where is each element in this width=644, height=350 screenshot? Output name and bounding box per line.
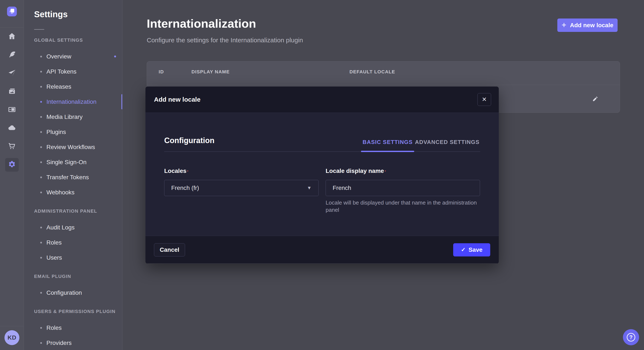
help-button[interactable]: ? bbox=[623, 329, 639, 345]
tab-basic-settings[interactable]: BASIC SETTINGS bbox=[361, 138, 414, 146]
sidebar-item-plugins[interactable]: Plugins bbox=[34, 124, 122, 140]
sidebar-item-overview[interactable]: Overview bbox=[34, 49, 122, 64]
plus-icon: + bbox=[562, 21, 566, 29]
sidebar-item-up-roles[interactable]: Roles bbox=[34, 320, 122, 335]
sidebar-item-label: Single Sign-On bbox=[46, 159, 86, 166]
sidebar-item-review-workflows[interactable]: Review Workflows bbox=[34, 140, 122, 155]
sidebar-item-label: Media Library bbox=[46, 114, 83, 120]
sidebar-bottom-divider bbox=[0, 326, 24, 326]
sidebar-item-label: Roles bbox=[46, 239, 62, 246]
sidebar-item-label: Transfer Tokens bbox=[46, 174, 89, 181]
nav-media-library-button[interactable] bbox=[0, 82, 24, 101]
bullet-icon bbox=[40, 242, 42, 243]
sidebar-item-admin-users[interactable]: Users bbox=[34, 250, 122, 265]
nav-settings-button[interactable] bbox=[0, 156, 24, 174]
sidebar-item-label: Releases bbox=[46, 83, 71, 90]
tab-advanced-settings[interactable]: ADVANCED SETTINGS bbox=[414, 138, 480, 146]
settings-title: Settings bbox=[34, 9, 122, 19]
cancel-button[interactable]: Cancel bbox=[154, 243, 185, 256]
save-button-label: Save bbox=[468, 246, 482, 253]
section-heading-global-settings: GLOBAL SETTINGS bbox=[34, 37, 122, 43]
column-header-display-name: DISPLAY NAME bbox=[192, 69, 230, 75]
sidebar-item-releases[interactable]: Releases bbox=[34, 79, 122, 94]
locales-select-value: French (fr) bbox=[171, 184, 199, 191]
nav-home-button[interactable] bbox=[0, 28, 24, 46]
tabs-divider bbox=[164, 151, 480, 152]
bullet-icon bbox=[40, 71, 42, 72]
section-heading-administration-panel: ADMINISTRATION PANEL bbox=[34, 208, 122, 214]
bullet-icon bbox=[40, 327, 42, 329]
feather-icon bbox=[8, 50, 16, 60]
bullet-icon bbox=[40, 116, 42, 118]
edit-locale-button[interactable] bbox=[592, 96, 598, 103]
sidebar-item-label: Overview bbox=[46, 53, 71, 60]
cart-icon bbox=[8, 142, 16, 151]
bullet-icon bbox=[40, 191, 42, 193]
sidebar-item-internationalization[interactable]: Internationalization bbox=[34, 94, 122, 109]
nav-content-manager-button[interactable] bbox=[0, 46, 24, 64]
pencil-icon bbox=[592, 100, 598, 103]
sidebar-item-label: Review Workflows bbox=[46, 144, 95, 151]
sidebar-item-api-tokens[interactable]: API Tokens bbox=[34, 64, 122, 79]
workspace-logo[interactable] bbox=[7, 6, 17, 16]
add-new-locale-button[interactable]: + Add new locale bbox=[557, 18, 618, 32]
sidebar-item-email-configuration[interactable]: Configuration bbox=[34, 285, 122, 300]
strapi-logo-icon bbox=[7, 6, 17, 17]
sidebar-item-label: Audit Logs bbox=[46, 224, 74, 231]
bullet-icon bbox=[40, 131, 42, 133]
modal-body: Configuration BASIC SETTINGS ADVANCED SE… bbox=[146, 113, 499, 236]
column-header-id: ID bbox=[159, 69, 164, 75]
sidebar-item-label: Internationalization bbox=[46, 98, 96, 105]
settings-tabs: BASIC SETTINGS ADVANCED SETTINGS bbox=[361, 138, 480, 146]
home-icon bbox=[8, 32, 16, 42]
question-mark-icon: ? bbox=[627, 333, 635, 342]
sidebar-item-transfer-tokens[interactable]: Transfer Tokens bbox=[34, 170, 122, 185]
sidebar-item-audit-logs[interactable]: Audit Logs bbox=[34, 220, 122, 235]
locales-field: Locales* French (fr) ▼ bbox=[164, 168, 318, 196]
media-library-icon bbox=[8, 87, 16, 97]
section-heading-users-permissions-plugin: USERS & PERMISSIONS PLUGIN bbox=[34, 309, 122, 314]
sidebar-item-label: Plugins bbox=[46, 129, 66, 136]
bullet-icon bbox=[40, 161, 42, 163]
bullet-icon bbox=[40, 176, 42, 178]
sidebar-item-label: Roles bbox=[46, 325, 62, 331]
bullet-icon bbox=[40, 342, 42, 344]
display-name-hint: Locale will be displayed under that name… bbox=[326, 199, 480, 213]
settings-sidebar: Settings GLOBAL SETTINGS Overview API To… bbox=[24, 0, 122, 350]
configuration-heading: Configuration bbox=[164, 136, 214, 145]
nav-content-type-builder-button[interactable] bbox=[0, 101, 24, 119]
sidebar-item-up-providers[interactable]: Providers bbox=[34, 335, 122, 350]
display-name-field: Locale display name* Locale will be disp… bbox=[326, 168, 480, 213]
sidebar-item-label: Configuration bbox=[46, 289, 82, 296]
user-avatar[interactable]: KD bbox=[4, 330, 20, 345]
notification-dot-icon bbox=[114, 55, 116, 57]
locales-table-header: ID DISPLAY NAME DEFAULT LOCALE bbox=[147, 61, 620, 85]
chevron-down-icon: ▼ bbox=[307, 185, 312, 191]
page-title: Internationalization bbox=[147, 16, 256, 30]
active-nav-highlight bbox=[5, 158, 19, 172]
sidebar-item-admin-roles[interactable]: Roles bbox=[34, 235, 122, 250]
sidebar-item-webhooks[interactable]: Webhooks bbox=[34, 185, 122, 200]
sidebar-item-label: Webhooks bbox=[46, 189, 74, 196]
required-asterisk: * bbox=[187, 170, 188, 174]
close-icon: ✕ bbox=[482, 97, 486, 103]
locales-select[interactable]: French (fr) ▼ bbox=[164, 180, 318, 196]
icon-nav bbox=[0, 28, 24, 174]
bullet-icon bbox=[40, 101, 42, 103]
column-header-default-locale: DEFAULT LOCALE bbox=[350, 69, 395, 75]
sidebar-item-label: Users bbox=[46, 254, 62, 261]
bullet-icon bbox=[40, 257, 42, 259]
main-nav-sidebar: KD bbox=[0, 0, 24, 350]
bullet-icon bbox=[40, 292, 42, 294]
save-button[interactable]: ✓ Save bbox=[453, 243, 490, 256]
nav-marketplace-button[interactable] bbox=[0, 137, 24, 156]
strapi-admin-screen: KD Settings GLOBAL SETTINGS Overview API… bbox=[0, 0, 644, 350]
sidebar-item-media-library[interactable]: Media Library bbox=[34, 109, 122, 124]
nav-releases-button[interactable] bbox=[0, 64, 24, 82]
modal-footer: Cancel ✓ Save bbox=[146, 236, 499, 263]
nav-deploy-button[interactable] bbox=[0, 119, 24, 137]
sidebar-item-single-sign-on[interactable]: Single Sign-On bbox=[34, 155, 122, 170]
bullet-icon bbox=[40, 86, 42, 88]
close-modal-button[interactable]: ✕ bbox=[478, 93, 491, 106]
display-name-input[interactable] bbox=[326, 180, 480, 196]
